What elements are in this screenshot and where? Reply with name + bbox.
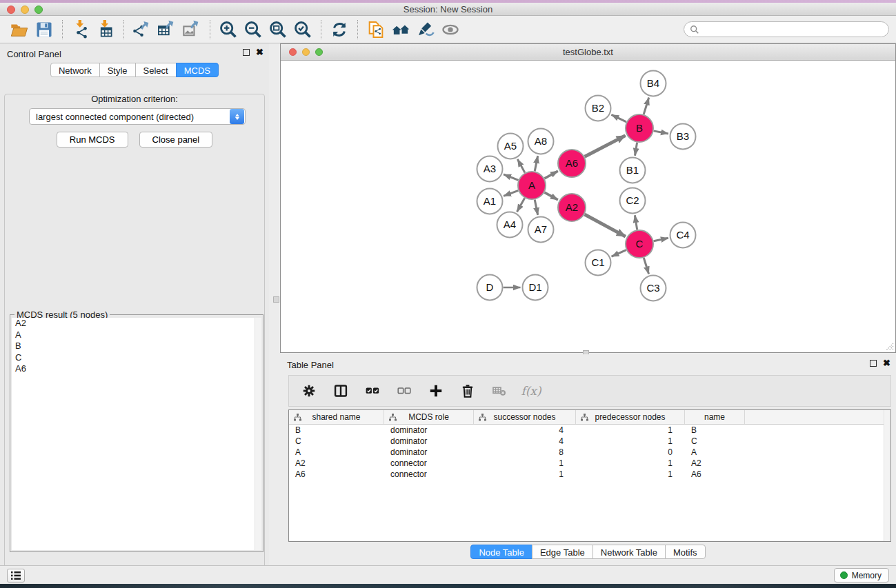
- select-all-icon[interactable]: [361, 379, 384, 403]
- node-A3[interactable]: A3: [477, 156, 503, 182]
- table-row[interactable]: Cdominator41C: [289, 436, 890, 447]
- edge-B-B1[interactable]: [635, 143, 637, 156]
- edge-B-B2[interactable]: [611, 114, 626, 122]
- vertical-divider-handle[interactable]: [273, 296, 279, 303]
- column-header-successor-nodes[interactable]: successor nodes: [474, 410, 576, 424]
- edge-A-A5[interactable]: [517, 159, 525, 173]
- column-view-icon[interactable]: [329, 379, 352, 403]
- close-panel-button[interactable]: Close panel: [139, 132, 213, 148]
- node-C[interactable]: C: [626, 230, 653, 258]
- close-table-panel-icon[interactable]: ✖: [883, 360, 890, 367]
- zoom-in-icon[interactable]: [216, 18, 241, 41]
- settings-gear-icon[interactable]: [297, 379, 321, 403]
- export-network-icon[interactable]: [130, 18, 155, 41]
- mcds-result-item[interactable]: A2: [12, 318, 261, 330]
- edge-C-C1[interactable]: [612, 250, 626, 257]
- node-table-scrollbar[interactable]: [884, 410, 890, 541]
- resize-grip-icon[interactable]: [884, 341, 894, 351]
- node-B[interactable]: B: [626, 114, 653, 142]
- search-input[interactable]: [699, 25, 888, 34]
- tab-style[interactable]: Style: [99, 63, 136, 77]
- mcds-result-item[interactable]: A: [12, 330, 261, 341]
- run-mcds-button[interactable]: Run MCDS: [57, 132, 128, 148]
- column-header-name[interactable]: name: [685, 410, 745, 424]
- node-C1[interactable]: C1: [586, 250, 611, 276]
- table-row[interactable]: A2connector11A2: [289, 458, 890, 469]
- home-view-icon[interactable]: [388, 18, 413, 41]
- edge-A-A1[interactable]: [504, 190, 518, 196]
- show-eye-icon[interactable]: [438, 18, 463, 41]
- mcds-result-item[interactable]: C: [12, 352, 261, 364]
- mcds-result-list[interactable]: A2ABCA6: [12, 318, 261, 550]
- node-A4[interactable]: A4: [497, 212, 523, 238]
- edge-C-C2[interactable]: [635, 215, 637, 230]
- edge-A-A3[interactable]: [504, 174, 519, 180]
- export-table-icon[interactable]: [155, 18, 179, 41]
- save-session-icon[interactable]: [32, 18, 57, 41]
- edge-C-C3[interactable]: [644, 258, 648, 274]
- table-row[interactable]: Bdominator41B: [289, 425, 890, 436]
- network-window-titlebar[interactable]: testGlobe.txt: [281, 44, 895, 61]
- network-canvas[interactable]: B4 B2 B B3 A8 A5 A6 A3 B1 A C2 A1 A2 A4: [281, 61, 895, 352]
- edge-B-B4[interactable]: [644, 98, 649, 114]
- import-table-icon[interactable]: [93, 18, 118, 41]
- criterion-dropdown[interactable]: largest connected component (directed): [29, 108, 246, 125]
- clone-network-icon[interactable]: [364, 18, 388, 41]
- edge-C-C4[interactable]: [654, 238, 668, 241]
- tab-network[interactable]: Network: [50, 63, 100, 77]
- node-A8[interactable]: A8: [528, 129, 554, 154]
- zoom-out-icon[interactable]: [241, 18, 266, 41]
- edge-B-B3[interactable]: [654, 131, 668, 134]
- node-A2[interactable]: A2: [558, 194, 586, 221]
- node-table[interactable]: shared nameMCDS rolesuccessor nodesprede…: [288, 409, 891, 542]
- column-header-MCDS-role[interactable]: MCDS role: [384, 410, 474, 424]
- delete-icon[interactable]: [456, 379, 479, 403]
- refresh-view-icon[interactable]: [327, 18, 352, 41]
- add-icon[interactable]: [424, 379, 448, 403]
- edge-A-A2[interactable]: [544, 192, 558, 200]
- edge-A-A6[interactable]: [544, 171, 558, 179]
- node-C2[interactable]: C2: [620, 188, 646, 214]
- deselect-all-icon[interactable]: [392, 379, 416, 403]
- node-D1[interactable]: D1: [523, 275, 548, 301]
- edge-A2-C[interactable]: [585, 214, 626, 236]
- network-graph[interactable]: B4 B2 B B3 A8 A5 A6 A3 B1 A C2 A1 A2 A4: [281, 61, 895, 353]
- edge-A-A4[interactable]: [517, 198, 525, 212]
- table-tab-network-table[interactable]: Network Table: [593, 545, 666, 559]
- task-history-button[interactable]: [7, 569, 25, 582]
- node-D[interactable]: D: [477, 275, 503, 301]
- memory-button[interactable]: Memory: [834, 568, 889, 582]
- tab-mcds[interactable]: MCDS: [176, 63, 219, 77]
- node-B2[interactable]: B2: [586, 96, 611, 121]
- node-C3[interactable]: C3: [641, 276, 666, 301]
- node-B1[interactable]: B1: [620, 158, 646, 183]
- hide-annotations-icon[interactable]: [413, 18, 438, 41]
- table-row[interactable]: A6connector11A6: [289, 469, 890, 480]
- table-tab-motifs[interactable]: Motifs: [665, 545, 706, 559]
- mcds-result-scrollbar[interactable]: [255, 318, 261, 550]
- mcds-result-item[interactable]: B: [12, 341, 261, 352]
- column-header-predecessor-nodes[interactable]: predecessor nodes: [576, 410, 685, 424]
- node-A6[interactable]: A6: [558, 150, 586, 177]
- float-panel-icon[interactable]: [243, 49, 250, 56]
- node-B3[interactable]: B3: [670, 124, 696, 150]
- search-box[interactable]: [684, 21, 889, 37]
- node-A1[interactable]: A1: [477, 189, 503, 214]
- close-panel-icon[interactable]: ✖: [256, 49, 263, 56]
- open-file-icon[interactable]: [7, 18, 32, 41]
- table-tab-node-table[interactable]: Node Table: [470, 545, 532, 559]
- node-A5[interactable]: A5: [498, 134, 524, 159]
- node-C4[interactable]: C4: [670, 223, 696, 248]
- zoom-selected-icon[interactable]: [290, 18, 315, 41]
- edge-A6-B[interactable]: [585, 136, 626, 157]
- zoom-fit-icon[interactable]: [266, 18, 290, 41]
- table-tab-edge-table[interactable]: Edge Table: [532, 545, 593, 559]
- edge-A-A8[interactable]: [535, 156, 538, 171]
- float-table-panel-icon[interactable]: [870, 360, 877, 367]
- node-A[interactable]: A: [518, 172, 546, 199]
- table-row[interactable]: Adominator80A: [289, 447, 890, 458]
- export-image-icon[interactable]: [179, 18, 204, 41]
- import-network-icon[interactable]: [68, 18, 93, 41]
- node-A7[interactable]: A7: [528, 217, 554, 243]
- tab-select[interactable]: Select: [135, 63, 177, 77]
